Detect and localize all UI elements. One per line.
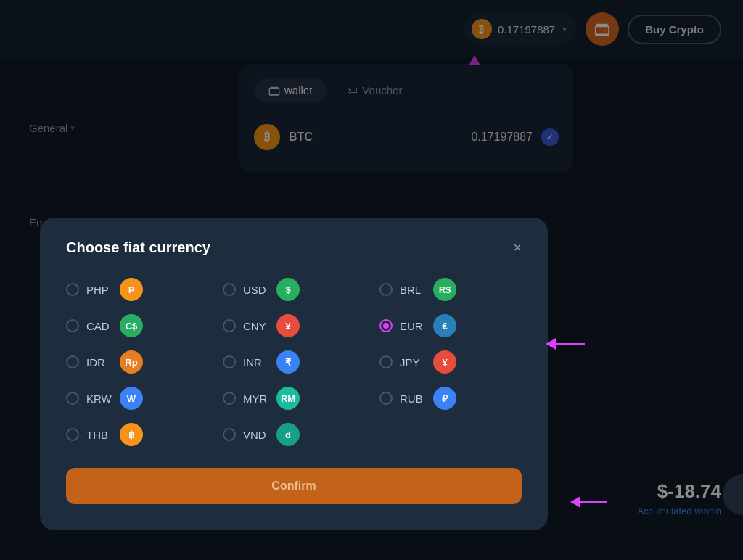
radio-cad[interactable]	[66, 319, 79, 332]
inr-icon: ₹	[276, 350, 300, 374]
eur-arrow-head-icon	[546, 338, 556, 350]
currency-option-rub[interactable]: RUB ₽	[379, 387, 522, 410]
cny-icon: ¥	[276, 314, 300, 337]
brl-icon: R$	[433, 278, 456, 301]
winning-arrow-head-icon	[570, 496, 580, 508]
close-button[interactable]: ×	[513, 239, 522, 256]
currency-option-krw[interactable]: KRW W	[66, 387, 208, 410]
modal-header: Choose fiat currency ×	[66, 239, 522, 256]
thb-icon: ฿	[120, 423, 143, 446]
currency-option-thb[interactable]: THB ฿	[66, 423, 208, 446]
currency-option-cny[interactable]: CNY ¥	[223, 314, 365, 337]
radio-thb[interactable]	[66, 428, 79, 441]
myr-icon: RM	[276, 387, 300, 410]
fiat-currency-modal: Choose fiat currency × PHP P USD $ BRL R…	[40, 218, 548, 530]
currency-option-cad[interactable]: CAD C$	[66, 314, 208, 337]
winning-arrow-line	[580, 501, 607, 503]
currency-option-vnd[interactable]: VND đ	[223, 423, 365, 446]
radio-eur[interactable]	[379, 319, 393, 332]
radio-brl[interactable]	[379, 283, 393, 296]
radio-cny[interactable]	[223, 319, 236, 332]
php-icon: P	[120, 278, 143, 301]
currency-option-myr[interactable]: MYR RM	[223, 387, 365, 410]
radio-inr[interactable]	[223, 355, 236, 368]
radio-idr[interactable]	[66, 355, 79, 368]
currency-option-idr[interactable]: IDR Rp	[66, 350, 208, 374]
radio-jpy[interactable]	[379, 355, 393, 368]
radio-php[interactable]	[66, 283, 79, 296]
currency-option-jpy[interactable]: JPY ¥	[379, 350, 522, 374]
grid-placeholder	[379, 423, 522, 446]
currency-option-php[interactable]: PHP P	[66, 278, 208, 301]
vnd-icon: đ	[276, 423, 300, 446]
cad-icon: C$	[120, 314, 143, 337]
modal-title: Choose fiat currency	[66, 239, 210, 256]
currency-option-eur[interactable]: EUR €	[379, 314, 522, 337]
rub-icon: ₽	[433, 387, 456, 410]
currency-option-brl[interactable]: BRL R$	[379, 278, 522, 301]
confirm-button[interactable]: Confirm	[66, 468, 522, 504]
usd-icon: $	[276, 278, 300, 301]
idr-icon: Rp	[120, 350, 143, 374]
eur-arrow-line	[556, 343, 585, 345]
radio-vnd[interactable]	[223, 428, 236, 441]
radio-myr[interactable]	[223, 392, 236, 405]
radio-krw[interactable]	[66, 392, 79, 405]
winning-arrow	[570, 496, 607, 508]
krw-icon: W	[120, 387, 143, 410]
radio-rub[interactable]	[379, 392, 393, 405]
currency-grid: PHP P USD $ BRL R$ CAD C$ CNY ¥	[66, 278, 522, 446]
jpy-icon: ¥	[433, 350, 456, 374]
currency-option-inr[interactable]: INR ₹	[223, 350, 365, 374]
eur-arrow	[546, 338, 585, 350]
radio-usd[interactable]	[223, 283, 236, 296]
currency-option-usd[interactable]: USD $	[223, 278, 365, 301]
eur-icon: €	[433, 314, 456, 337]
